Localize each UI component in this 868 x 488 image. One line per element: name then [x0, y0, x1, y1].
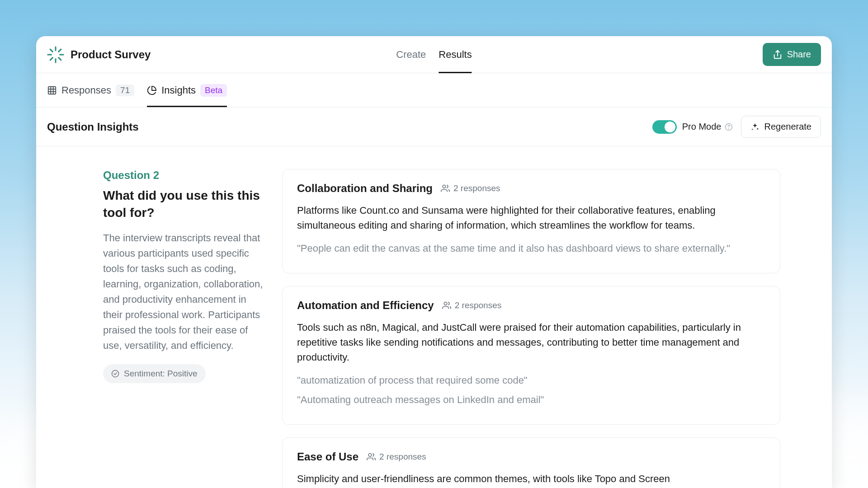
svg-point-18 — [444, 302, 447, 305]
header: Product Survey Create Results Share — [36, 36, 832, 73]
insight-card: Collaboration and Sharing 2 responses — [282, 169, 780, 273]
insight-responses: 2 responses — [453, 183, 500, 193]
share-button-label: Share — [787, 49, 811, 60]
responses-count-badge: 71 — [116, 84, 134, 96]
page-title: Product Survey — [71, 48, 151, 61]
insight-body: Tools such as n8n, Magical, and JustCall… — [297, 320, 765, 365]
sub-tab-responses[interactable]: Responses 71 — [47, 73, 134, 107]
svg-point-17 — [443, 185, 446, 188]
sentiment-label: Sentiment: Positive — [124, 369, 198, 379]
content-area: Question 2 What did you use this this to… — [36, 146, 832, 488]
regenerate-label: Regenerate — [764, 122, 811, 132]
beta-badge: Beta — [200, 84, 227, 97]
tab-create[interactable]: Create — [396, 36, 426, 73]
svg-point-15 — [729, 128, 729, 129]
question-title: What did you use this this tool for? — [103, 187, 264, 221]
svg-line-7 — [59, 49, 61, 52]
insight-title: Automation and Efficiency — [297, 299, 434, 312]
logo-title-group: Product Survey — [47, 46, 151, 63]
question-label: Question 2 — [103, 169, 264, 182]
pro-mode-label-group: Pro Mode — [682, 122, 733, 132]
svg-point-16 — [112, 371, 119, 377]
insight-meta: 2 responses — [441, 183, 500, 193]
insight-quote: "People can edit the canvas at the same … — [297, 241, 765, 256]
users-icon — [441, 184, 450, 193]
insights-label: Insights — [161, 84, 196, 96]
nav-tabs: Create Results — [396, 36, 472, 73]
insight-meta: 2 responses — [442, 300, 502, 310]
share-icon — [773, 50, 783, 60]
app-window: Product Survey Create Results Share — [36, 36, 832, 488]
table-icon — [47, 85, 57, 95]
svg-line-6 — [50, 57, 52, 60]
check-circle-icon — [111, 370, 119, 378]
insight-body: Simplicity and user-friendliness are com… — [297, 471, 765, 486]
insight-head: Ease of Use 2 responses — [297, 450, 765, 463]
section-controls: Pro Mode — [652, 116, 821, 138]
sparkle-icon — [750, 122, 760, 131]
insight-responses: 2 responses — [455, 300, 502, 310]
insight-responses: 2 responses — [379, 452, 426, 462]
toggle-knob — [665, 122, 675, 132]
sentiment-badge: Sentiment: Positive — [103, 364, 206, 383]
insight-card: Ease of Use 2 responses S — [282, 437, 780, 488]
question-panel: Question 2 What did you use this this to… — [47, 169, 264, 488]
pro-mode-label: Pro Mode — [682, 122, 722, 132]
insight-title: Ease of Use — [297, 450, 359, 463]
pie-chart-icon — [147, 85, 157, 95]
sub-tabs: Responses 71 Insights Beta — [36, 73, 832, 108]
svg-rect-9 — [48, 86, 56, 94]
users-icon — [367, 452, 376, 461]
svg-line-4 — [50, 49, 52, 52]
insights-list: Collaboration and Sharing 2 responses — [282, 169, 821, 488]
insight-title: Collaboration and Sharing — [297, 182, 433, 195]
insight-quote: "automatization of process that required… — [297, 373, 765, 388]
insight-body: Platforms like Count.co and Sunsama were… — [297, 203, 765, 233]
insight-meta: 2 responses — [367, 452, 426, 462]
insight-card: Automation and Efficiency 2 responses — [282, 286, 780, 425]
question-description: The interview transcripts reveal that va… — [103, 230, 264, 354]
insight-quote: "Automating outreach messages on LinkedI… — [297, 392, 765, 407]
regenerate-button[interactable]: Regenerate — [741, 116, 821, 138]
logo-icon — [47, 46, 64, 63]
sub-tab-insights[interactable]: Insights Beta — [147, 73, 227, 107]
svg-point-19 — [368, 454, 372, 457]
section-title: Question Insights — [47, 121, 139, 133]
insight-head: Collaboration and Sharing 2 responses — [297, 182, 765, 195]
help-icon[interactable] — [725, 123, 733, 131]
tab-results[interactable]: Results — [439, 36, 472, 73]
insight-head: Automation and Efficiency 2 responses — [297, 299, 765, 312]
responses-label: Responses — [61, 84, 111, 96]
section-header: Question Insights Pro Mode — [36, 108, 832, 146]
pro-mode-toggle[interactable] — [652, 120, 677, 134]
svg-line-5 — [59, 57, 61, 60]
users-icon — [442, 301, 451, 310]
pro-mode-toggle-group: Pro Mode — [652, 120, 733, 134]
share-button[interactable]: Share — [763, 43, 821, 66]
